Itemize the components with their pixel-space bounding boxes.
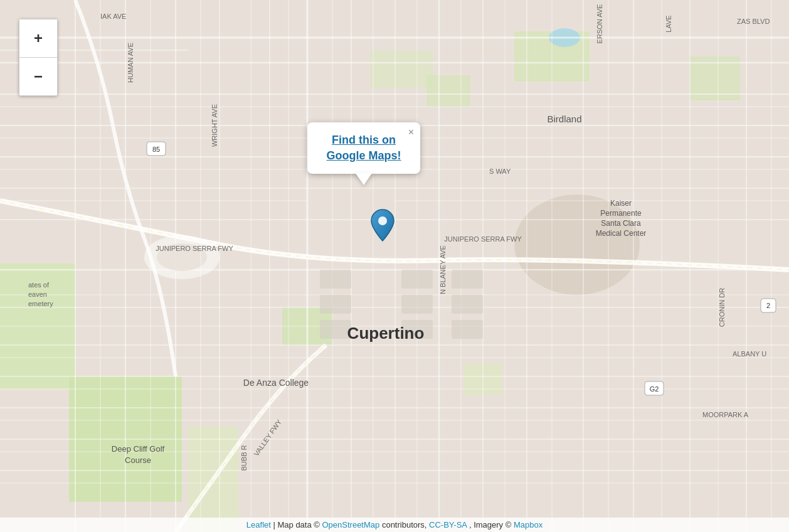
svg-rect-5 bbox=[370, 50, 433, 88]
map-pin[interactable] bbox=[370, 208, 395, 243]
svg-text:Deep Cliff Golf: Deep Cliff Golf bbox=[112, 444, 165, 454]
svg-point-113 bbox=[378, 216, 387, 225]
popup-link-line1: Find this on bbox=[332, 134, 396, 146]
svg-text:2: 2 bbox=[766, 302, 770, 309]
svg-rect-72 bbox=[320, 295, 351, 314]
svg-text:LAVE: LAVE bbox=[665, 15, 672, 32]
attribution-bar: Leaflet | Map data © OpenStreetMap contr… bbox=[0, 518, 789, 532]
zoom-out-button[interactable]: − bbox=[19, 58, 57, 95]
svg-text:CRONIN DR: CRONIN DR bbox=[718, 288, 726, 327]
osm-link[interactable]: OpenStreetMap bbox=[322, 520, 380, 529]
svg-text:JUNIPERO SERRA FWY: JUNIPERO SERRA FWY bbox=[156, 245, 233, 252]
svg-text:ZAS BLVD: ZAS BLVD bbox=[737, 18, 770, 25]
svg-text:ALBANY U: ALBANY U bbox=[733, 350, 766, 358]
attribution-separator: | Map data © bbox=[273, 520, 322, 529]
svg-text:De Anza College: De Anza College bbox=[243, 378, 309, 388]
svg-text:85: 85 bbox=[152, 146, 160, 153]
svg-text:Permanente: Permanente bbox=[600, 209, 642, 218]
svg-text:Medical Center: Medical Center bbox=[596, 229, 647, 238]
svg-rect-79 bbox=[452, 320, 483, 339]
svg-text:eaven: eaven bbox=[28, 290, 47, 298]
svg-text:N BLANEY AVE: N BLANEY AVE bbox=[439, 245, 447, 294]
svg-text:Cupertino: Cupertino bbox=[347, 324, 425, 343]
svg-text:emetery: emetery bbox=[28, 300, 53, 307]
svg-text:JUNIPERO SERRA FWY: JUNIPERO SERRA FWY bbox=[444, 235, 522, 243]
google-maps-link[interactable]: Find this on Google Maps! bbox=[326, 134, 401, 162]
svg-text:Kaiser: Kaiser bbox=[610, 199, 632, 208]
svg-rect-78 bbox=[452, 295, 483, 314]
svg-text:S WAY: S WAY bbox=[489, 168, 511, 175]
svg-text:IAK AVE: IAK AVE bbox=[100, 13, 126, 20]
svg-text:BUBB R: BUBB R bbox=[240, 445, 248, 471]
svg-rect-75 bbox=[401, 295, 433, 314]
svg-text:Santa Clara: Santa Clara bbox=[601, 219, 641, 228]
svg-text:G2: G2 bbox=[650, 385, 659, 393]
zoom-in-button[interactable]: + bbox=[19, 19, 57, 57]
mapbox-link[interactable]: Mapbox bbox=[514, 520, 543, 529]
svg-text:ERSON AVE: ERSON AVE bbox=[596, 4, 603, 44]
svg-text:Birdland: Birdland bbox=[547, 114, 581, 124]
license-link[interactable]: CC-BY-SA bbox=[429, 520, 467, 529]
svg-rect-77 bbox=[452, 270, 483, 289]
svg-text:WRIGHT AVE: WRIGHT AVE bbox=[211, 104, 218, 147]
map-popup: × Find this on Google Maps! bbox=[307, 122, 420, 174]
leaflet-link[interactable]: Leaflet bbox=[246, 520, 271, 529]
svg-text:Course: Course bbox=[125, 455, 151, 465]
svg-rect-71 bbox=[320, 270, 351, 289]
svg-text:HUMAN AVE: HUMAN AVE bbox=[127, 43, 134, 83]
attribution-imagery: , Imagery © bbox=[469, 520, 514, 529]
attribution-contributors: contributors, bbox=[382, 520, 429, 529]
popup-close-button[interactable]: × bbox=[408, 127, 414, 137]
svg-rect-74 bbox=[401, 270, 433, 289]
svg-rect-8 bbox=[426, 75, 470, 107]
svg-text:MOORPARK A: MOORPARK A bbox=[702, 411, 749, 418]
popup-link-line2: Google Maps! bbox=[326, 149, 401, 162]
svg-rect-73 bbox=[320, 320, 351, 339]
svg-text:ates of: ates of bbox=[28, 281, 50, 289]
zoom-controls: + − bbox=[19, 19, 58, 96]
map-container: 85 G2 2 Birdland Cupertino Kaiser Perman… bbox=[0, 0, 789, 532]
